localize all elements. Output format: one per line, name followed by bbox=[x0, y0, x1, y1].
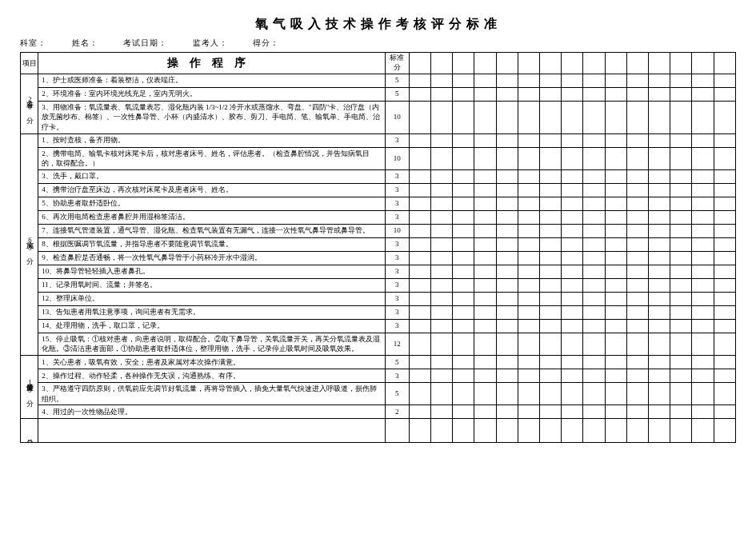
blank-cell bbox=[453, 278, 474, 292]
procedure-cell: 14、处理用物，洗手，取口罩，记录。 bbox=[38, 319, 385, 333]
blank-cell bbox=[714, 265, 735, 278]
blank-cell bbox=[540, 147, 562, 169]
blank-cell bbox=[496, 147, 518, 169]
blank-cell bbox=[583, 224, 605, 237]
blank-cell bbox=[540, 197, 562, 210]
dept-label: 科室： bbox=[20, 38, 46, 49]
blank-cell bbox=[431, 237, 453, 251]
blank-cell bbox=[409, 355, 430, 369]
blank-cell bbox=[431, 369, 453, 382]
blank-cell bbox=[670, 405, 692, 419]
blank-cell bbox=[670, 87, 692, 101]
blank-cell bbox=[670, 333, 692, 355]
blank-cell bbox=[670, 319, 692, 333]
blank-cell bbox=[453, 319, 474, 333]
blank-cell bbox=[409, 183, 430, 197]
blank-cell bbox=[431, 87, 453, 101]
blank-cell bbox=[453, 265, 474, 278]
blank-cell bbox=[540, 319, 562, 333]
blank-cell bbox=[474, 183, 496, 197]
col-header-procedure: 操作程序 bbox=[38, 53, 385, 74]
blank-cell bbox=[670, 292, 692, 305]
blank-cell bbox=[714, 319, 735, 333]
blank-cell bbox=[583, 87, 605, 101]
blank-cell bbox=[714, 369, 735, 382]
blank-cell bbox=[562, 369, 583, 382]
blank-cell bbox=[605, 53, 626, 74]
blank-cell bbox=[431, 305, 453, 319]
blank-cell bbox=[692, 355, 714, 369]
examiner-label: 监考人： bbox=[193, 38, 228, 49]
procedure-cell: 7、连接氧气管道装置，通气导管、湿化瓶、检查氧气装置有无漏气，连接一次性氧气鼻导… bbox=[38, 224, 385, 237]
blank-cell bbox=[626, 134, 648, 147]
blank-cell bbox=[626, 405, 648, 419]
blank-cell bbox=[518, 419, 539, 443]
blank-cell bbox=[409, 369, 430, 382]
blank-cell bbox=[692, 265, 714, 278]
blank-cell bbox=[453, 147, 474, 169]
blank-cell bbox=[670, 419, 692, 443]
blank-cell bbox=[583, 237, 605, 251]
blank-cell bbox=[518, 319, 539, 333]
blank-cell bbox=[605, 224, 626, 237]
blank-cell bbox=[626, 237, 648, 251]
blank-cell bbox=[562, 278, 583, 292]
blank-cell bbox=[409, 333, 430, 355]
blank-cell bbox=[562, 210, 583, 224]
blank-cell bbox=[626, 333, 648, 355]
blank-cell bbox=[540, 305, 562, 319]
blank-cell bbox=[649, 134, 670, 147]
blank-cell bbox=[562, 224, 583, 237]
blank-cell bbox=[474, 405, 496, 419]
blank-cell bbox=[453, 405, 474, 419]
score-cell: 3 bbox=[385, 305, 409, 319]
blank-cell bbox=[431, 292, 453, 305]
blank-cell bbox=[540, 355, 562, 369]
blank-cell bbox=[431, 224, 453, 237]
blank-cell bbox=[605, 183, 626, 197]
blank-cell bbox=[714, 147, 735, 169]
blank-cell bbox=[474, 74, 496, 87]
blank-cell bbox=[474, 210, 496, 224]
blank-cell bbox=[409, 319, 430, 333]
procedure-cell: 4、携带治疗盘至床边，再次核对床尾卡及患者床号、姓名。 bbox=[38, 183, 385, 197]
blank-cell bbox=[670, 147, 692, 169]
blank-cell bbox=[518, 147, 539, 169]
blank-cell bbox=[692, 305, 714, 319]
blank-cell bbox=[562, 183, 583, 197]
blank-cell bbox=[692, 419, 714, 443]
blank-cell bbox=[431, 251, 453, 265]
blank-cell bbox=[496, 197, 518, 210]
blank-cell bbox=[714, 224, 735, 237]
blank-cell bbox=[431, 265, 453, 278]
blank-cell bbox=[649, 405, 670, 419]
blank-cell bbox=[583, 319, 605, 333]
blank-cell bbox=[605, 265, 626, 278]
blank-cell bbox=[518, 305, 539, 319]
blank-cell bbox=[518, 53, 539, 74]
blank-cell bbox=[670, 369, 692, 382]
blank-cell bbox=[474, 265, 496, 278]
blank-cell bbox=[453, 305, 474, 319]
blank-cell bbox=[605, 405, 626, 419]
blank-cell bbox=[626, 169, 648, 183]
blank-cell bbox=[496, 224, 518, 237]
date-label: 考试日期： bbox=[123, 38, 167, 49]
blank-cell bbox=[605, 382, 626, 404]
blank-cell bbox=[540, 251, 562, 265]
blank-cell bbox=[518, 183, 539, 197]
blank-cell bbox=[518, 224, 539, 237]
score-cell: 5 bbox=[385, 355, 409, 369]
blank-cell bbox=[626, 305, 648, 319]
blank-cell bbox=[496, 183, 518, 197]
total-proc-cell bbox=[38, 419, 385, 443]
blank-cell bbox=[474, 169, 496, 183]
blank-cell bbox=[605, 369, 626, 382]
blank-cell bbox=[714, 251, 735, 265]
blank-cell bbox=[518, 251, 539, 265]
procedure-cell: 9、检查鼻腔是否通畅，将一次性氧气鼻导管于小药杯冷开水中湿润。 bbox=[38, 251, 385, 265]
procedure-cell: 1、护士或医师准备：着装整洁，仪表端庄。 bbox=[38, 74, 385, 87]
score-cell: 10 bbox=[385, 101, 409, 134]
blank-cell bbox=[540, 134, 562, 147]
blank-cell bbox=[692, 237, 714, 251]
